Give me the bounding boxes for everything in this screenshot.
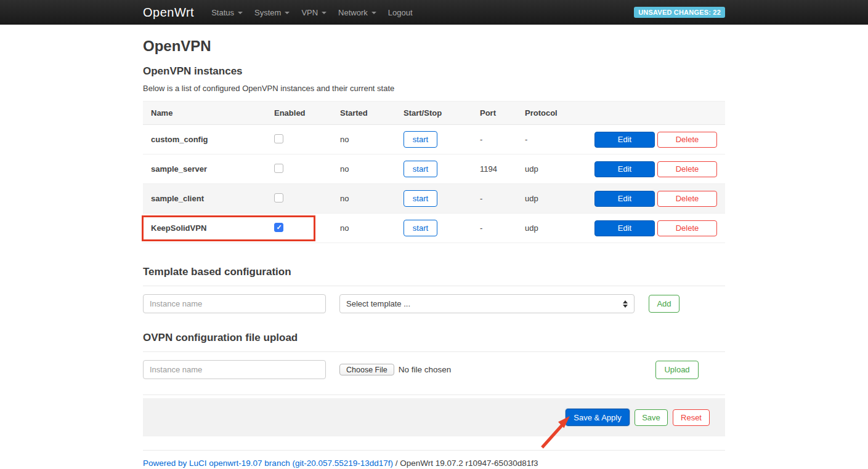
add-button[interactable]: Add xyxy=(649,295,679,313)
col-header-started: Started xyxy=(332,108,395,118)
col-header-enabled: Enabled xyxy=(266,108,332,118)
nav-item-status[interactable]: Status xyxy=(211,8,243,17)
table-row-sample-client: sample_client no start - udp Edit Delete xyxy=(143,184,725,214)
instance-name: sample_client xyxy=(143,194,266,203)
upload-instance-name-input[interactable] xyxy=(143,360,326,379)
protocol-value: udp xyxy=(517,194,586,203)
enabled-checkbox[interactable] xyxy=(274,193,283,202)
save-apply-button[interactable]: Save & Apply xyxy=(566,409,630,426)
chevron-down-icon xyxy=(322,12,327,14)
brand-logo: OpenWrt xyxy=(143,6,194,20)
footer-version-text: / OpenWrt 19.07.2 r10947-65030d81f3 xyxy=(393,459,538,468)
nav-item-label: Status xyxy=(211,8,234,17)
upload-button[interactable]: Upload xyxy=(655,361,699,379)
started-value: no xyxy=(332,223,395,233)
table-row-keepsolidvpn: KeepSolidVPN no start - udp Edit Delete xyxy=(143,214,725,243)
edit-button[interactable]: Edit xyxy=(594,132,655,148)
table-header-row: Name Enabled Started Start/Stop Port Pro… xyxy=(143,102,725,125)
col-header-port: Port xyxy=(472,108,517,118)
template-select-value: Select template ... xyxy=(346,299,410,308)
edit-button[interactable]: Edit xyxy=(594,161,655,177)
edit-button[interactable]: Edit xyxy=(594,220,655,236)
page-title: OpenVPN xyxy=(143,38,725,55)
delete-button[interactable]: Delete xyxy=(657,220,717,236)
start-button[interactable]: start xyxy=(404,161,437,177)
upload-section-heading: OVPN configuration file upload xyxy=(143,332,725,344)
start-button[interactable]: start xyxy=(404,131,437,148)
chevron-down-icon xyxy=(285,12,290,14)
col-header-name: Name xyxy=(143,108,266,118)
enabled-checkbox[interactable] xyxy=(274,164,283,173)
delete-button[interactable]: Delete xyxy=(657,161,717,177)
table-row-sample-server: sample_server no start 1194 udp Edit Del… xyxy=(143,154,725,184)
protocol-value: - xyxy=(517,135,586,144)
chevron-down-icon xyxy=(238,12,243,14)
start-button[interactable]: start xyxy=(404,220,437,236)
template-section-heading: Template based configuration xyxy=(143,266,725,278)
protocol-value: udp xyxy=(517,164,586,174)
delete-button[interactable]: Delete xyxy=(657,191,717,207)
nav-item-logout[interactable]: Logout xyxy=(388,8,413,17)
nav-item-label: VPN xyxy=(301,8,318,17)
instance-name: custom_config xyxy=(143,135,266,144)
chevron-down-icon xyxy=(371,12,376,14)
port-value: - xyxy=(472,194,517,203)
nav-item-label: Network xyxy=(338,8,368,17)
choose-file-button[interactable]: Choose File xyxy=(339,364,394,375)
delete-button[interactable]: Delete xyxy=(657,132,717,148)
template-select[interactable]: Select template ... xyxy=(339,294,635,313)
nav-item-system[interactable]: System xyxy=(254,8,290,17)
col-header-startstop: Start/Stop xyxy=(395,108,472,118)
nav-item-vpn[interactable]: VPN xyxy=(301,8,327,17)
started-value: no xyxy=(332,194,395,203)
instance-name: sample_server xyxy=(143,164,266,174)
protocol-value: udp xyxy=(517,223,586,233)
nav-item-label: Logout xyxy=(388,8,413,17)
template-instance-name-input[interactable] xyxy=(143,294,326,313)
footer: Powered by LuCI openwrt-19.07 branch (gi… xyxy=(143,459,725,468)
port-value: - xyxy=(472,135,517,144)
enabled-checkbox[interactable] xyxy=(274,134,283,143)
port-value: 1194 xyxy=(472,164,517,174)
instances-table: Name Enabled Started Start/Stop Port Pro… xyxy=(143,101,725,243)
page-actions-bar: Save & Apply Save Reset xyxy=(143,398,725,436)
table-row-custom-config: custom_config no start - - Edit Delete xyxy=(143,125,725,154)
col-header-protocol: Protocol xyxy=(517,108,586,118)
unsaved-changes-badge[interactable]: UNSAVED CHANGES: 22 xyxy=(634,7,725,18)
select-spinner-icon xyxy=(623,300,628,308)
started-value: no xyxy=(332,164,395,174)
luci-footer-link[interactable]: Powered by LuCI openwrt-19.07 branch (gi… xyxy=(143,459,393,468)
save-button[interactable]: Save xyxy=(635,409,668,426)
file-chosen-status: No file chosen xyxy=(399,365,452,374)
nav-item-label: System xyxy=(254,8,281,17)
instances-description: Below is a list of configured OpenVPN in… xyxy=(143,84,725,93)
instance-name: KeepSolidVPN xyxy=(143,223,266,233)
instances-heading: OpenVPN instances xyxy=(143,65,725,78)
enabled-checkbox[interactable] xyxy=(274,223,283,232)
reset-button[interactable]: Reset xyxy=(673,409,710,426)
nav-item-network[interactable]: Network xyxy=(338,8,376,17)
port-value: - xyxy=(472,223,517,233)
started-value: no xyxy=(332,135,395,144)
edit-button[interactable]: Edit xyxy=(594,191,655,207)
top-navbar: OpenWrt Status System VPN Network Logout… xyxy=(0,0,868,25)
start-button[interactable]: start xyxy=(404,190,437,207)
